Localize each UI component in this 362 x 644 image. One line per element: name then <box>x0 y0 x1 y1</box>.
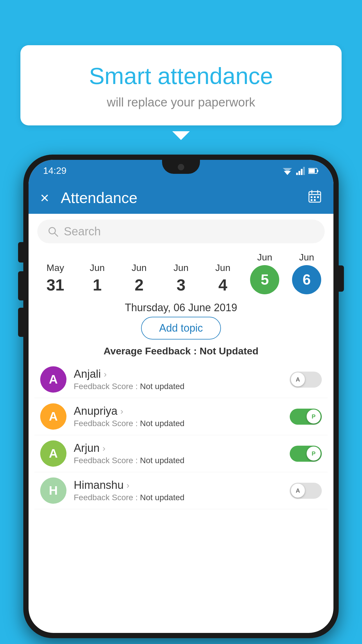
avatar: H <box>40 477 66 504</box>
app-title: Attendance <box>61 189 308 206</box>
cal-month-label: May <box>47 262 64 273</box>
svg-rect-3 <box>298 171 300 175</box>
notch <box>162 160 200 174</box>
student-info: Anjali ›Feedback Score : Not updated <box>74 368 282 391</box>
calendar-day[interactable]: Jun3 <box>164 262 198 294</box>
cal-month-label: Jun <box>299 252 314 263</box>
avatar: A <box>40 440 66 467</box>
svg-rect-13 <box>311 196 312 198</box>
attendance-toggle[interactable]: P <box>290 446 322 462</box>
calendar-day[interactable]: Jun5 <box>247 252 282 294</box>
signal-icon <box>296 167 305 175</box>
avg-feedback: Average Feedback : Not Updated <box>29 345 333 357</box>
cal-day-number: 6 <box>292 265 321 294</box>
wifi-icon <box>282 167 293 175</box>
student-item[interactable]: HHimanshu ›Feedback Score : Not updatedA <box>34 472 328 509</box>
toggle-knob: A <box>291 484 305 498</box>
cal-day-number: 5 <box>250 265 279 294</box>
cal-month-label: Jun <box>90 262 105 273</box>
bubble-subtitle: will replace your paperwork <box>35 95 327 109</box>
bubble-title: Smart attendance <box>35 63 327 90</box>
student-info: Arjun ›Feedback Score : Not updated <box>74 442 282 465</box>
chevron-right-icon: › <box>103 443 106 453</box>
cal-month-label: Jun <box>173 262 189 273</box>
student-item[interactable]: AAnupriya ›Feedback Score : Not updatedP <box>34 398 328 435</box>
power-button <box>339 265 344 292</box>
attendance-toggle[interactable]: A <box>290 372 322 388</box>
search-icon <box>48 226 59 237</box>
cal-day-number: 2 <box>135 276 144 294</box>
cal-month-label: Jun <box>131 262 147 273</box>
svg-rect-2 <box>296 173 298 175</box>
add-topic-button[interactable]: Add topic <box>141 317 221 340</box>
feedback-score: Feedback Score : Not updated <box>74 493 282 502</box>
svg-rect-4 <box>301 169 303 175</box>
attendance-toggle[interactable]: A <box>290 483 322 499</box>
search-placeholder: Search <box>64 225 101 238</box>
volume-down-button <box>18 308 23 337</box>
avatar: A <box>40 366 66 393</box>
attendance-toggle[interactable]: P <box>290 409 322 425</box>
avg-feedback-value: Not Updated <box>200 345 259 356</box>
calendar-icon[interactable] <box>308 189 322 206</box>
phone-mockup: 14:29 <box>23 155 339 638</box>
student-item[interactable]: AAnjali ›Feedback Score : Not updatedA <box>34 361 328 398</box>
student-name: Himanshu › <box>74 479 282 491</box>
student-name: Anjali › <box>74 368 282 380</box>
calendar-day[interactable]: Jun4 <box>205 262 240 294</box>
svg-rect-5 <box>303 167 305 175</box>
calendar-day[interactable]: Jun6 <box>289 252 324 294</box>
student-list: AAnjali ›Feedback Score : Not updatedAAA… <box>29 361 333 509</box>
toggle-knob: P <box>307 447 321 461</box>
selected-date: Thursday, 06 June 2019 <box>29 302 333 314</box>
cal-day-number: 1 <box>93 276 102 294</box>
cal-month-label: Jun <box>215 262 231 273</box>
svg-rect-7 <box>309 169 315 173</box>
student-item[interactable]: AArjun ›Feedback Score : Not updatedP <box>34 435 328 472</box>
speech-bubble: Smart attendance will replace your paper… <box>20 45 342 125</box>
phone-screen: 14:29 <box>29 160 333 633</box>
close-button[interactable]: × <box>40 190 49 205</box>
toggle-knob: A <box>291 372 305 386</box>
chevron-right-icon: › <box>104 369 107 379</box>
student-info: Himanshu ›Feedback Score : Not updated <box>74 479 282 502</box>
calendar-day[interactable]: Jun2 <box>122 262 157 294</box>
feedback-score: Feedback Score : Not updated <box>74 382 282 391</box>
camera <box>178 164 184 170</box>
student-name: Arjun › <box>74 442 282 454</box>
feedback-score: Feedback Score : Not updated <box>74 419 282 428</box>
calendar-day[interactable]: Jun1 <box>80 262 115 294</box>
calendar-day[interactable]: May31 <box>38 262 73 294</box>
student-name: Anupriya › <box>74 405 282 417</box>
status-bar: 14:29 <box>29 160 333 182</box>
toggle-knob: P <box>307 410 321 424</box>
app-bar: × Attendance <box>29 182 333 214</box>
svg-line-19 <box>55 233 58 236</box>
svg-marker-1 <box>283 168 292 172</box>
cal-day-number: 4 <box>218 276 227 294</box>
avg-feedback-label: Average Feedback : <box>103 345 199 356</box>
chevron-right-icon: › <box>120 406 123 416</box>
calendar-strip: May31Jun1Jun2Jun3Jun4Jun5Jun6 <box>29 249 333 296</box>
feedback-score: Feedback Score : Not updated <box>74 456 282 465</box>
volume-silent-button <box>18 242 23 262</box>
battery-icon <box>308 167 319 174</box>
search-bar[interactable]: Search <box>37 220 325 243</box>
cal-day-number: 31 <box>46 276 64 294</box>
status-time: 14:29 <box>43 165 66 176</box>
svg-rect-8 <box>317 170 318 172</box>
chevron-right-icon: › <box>126 480 129 490</box>
svg-rect-17 <box>314 199 316 201</box>
cal-day-number: 3 <box>177 276 186 294</box>
status-icons <box>282 167 319 175</box>
svg-rect-15 <box>317 196 319 198</box>
svg-rect-14 <box>314 196 316 198</box>
svg-rect-16 <box>311 199 312 201</box>
avatar: A <box>40 403 66 430</box>
cal-month-label: Jun <box>257 252 273 263</box>
student-info: Anupriya ›Feedback Score : Not updated <box>74 405 282 428</box>
volume-up-button <box>18 271 23 300</box>
